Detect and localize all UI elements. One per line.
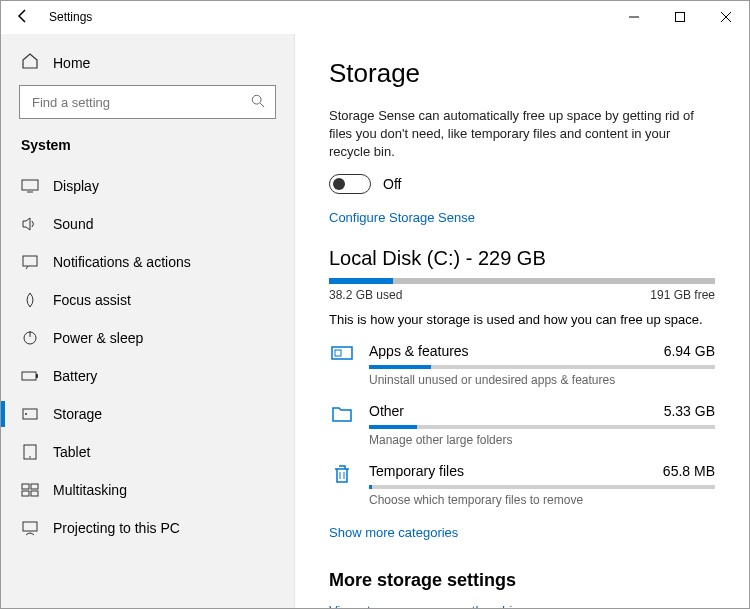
sidebar-item-projecting[interactable]: Projecting to this PC [1,509,294,547]
disk-used-label: 38.2 GB used [329,288,402,302]
sidebar-item-tablet[interactable]: Tablet [1,433,294,471]
main-content: Storage Storage Sense can automatically … [295,34,749,608]
sidebar: Home System Display Sound [1,34,295,608]
disk-usage-bar [329,278,715,284]
svg-point-14 [25,413,27,415]
apps-features-icon [329,343,355,369]
disk-free-label: 191 GB free [650,288,715,302]
category-size: 5.33 GB [664,403,715,419]
toggle-label: Off [383,176,401,192]
search-input[interactable] [30,94,251,111]
sidebar-item-focus-assist[interactable]: Focus assist [1,281,294,319]
back-button[interactable] [15,8,31,27]
view-other-drives-link[interactable]: View storage usage on other drives [329,603,533,608]
category-sub: Manage other large folders [369,433,715,447]
svg-rect-1 [676,13,685,22]
home-icon [21,52,39,73]
sidebar-item-notifications[interactable]: Notifications & actions [1,243,294,281]
svg-point-16 [29,456,31,458]
window-controls [611,1,749,33]
display-icon [21,177,39,195]
sidebar-item-display[interactable]: Display [1,167,294,205]
svg-rect-18 [31,484,38,489]
sidebar-nav: Display Sound Notifications & actions Fo… [1,161,294,547]
sidebar-item-label: Storage [53,406,102,422]
storage-sense-toggle[interactable] [329,174,371,194]
projecting-icon [21,519,39,537]
category-name: Other [369,403,404,419]
focus-assist-icon [21,291,39,309]
disk-title: Local Disk (C:) - 229 GB [329,247,715,270]
minimize-button[interactable] [611,1,657,33]
close-button[interactable] [703,1,749,33]
svg-rect-20 [31,491,38,496]
sidebar-item-label: Focus assist [53,292,131,308]
window-title: Settings [49,10,92,24]
show-more-categories-link[interactable]: Show more categories [329,525,458,540]
sidebar-item-label: Multitasking [53,482,127,498]
sidebar-item-label: Battery [53,368,97,384]
svg-rect-6 [22,180,38,190]
sidebar-item-label: Display [53,178,99,194]
maximize-button[interactable] [657,1,703,33]
storage-icon [21,405,39,423]
category-name: Apps & features [369,343,469,359]
sidebar-item-sound[interactable]: Sound [1,205,294,243]
search-input-wrap[interactable] [19,85,276,119]
trash-icon [329,463,355,489]
sidebar-home[interactable]: Home [1,44,294,85]
tablet-icon [21,443,39,461]
category-apps-features[interactable]: Apps & features6.94 GB Uninstall unused … [329,343,715,387]
sidebar-group-label: System [1,133,294,161]
svg-line-5 [260,103,264,107]
battery-icon [21,367,39,385]
sound-icon [21,215,39,233]
settings-window: Settings Home System [0,0,750,609]
sidebar-item-label: Notifications & actions [53,254,191,270]
sidebar-item-label: Projecting to this PC [53,520,180,536]
category-size: 6.94 GB [664,343,715,359]
svg-rect-8 [23,256,37,266]
search-icon [251,94,265,111]
category-size: 65.8 MB [663,463,715,479]
svg-rect-21 [23,522,37,531]
page-title: Storage [329,58,715,89]
svg-rect-12 [36,374,38,378]
disk-explain: This is how your storage is used and how… [329,312,715,327]
power-icon [21,329,39,347]
category-sub: Choose which temporary files to remove [369,493,715,507]
sidebar-item-label: Power & sleep [53,330,143,346]
storage-sense-description: Storage Sense can automatically free up … [329,107,715,162]
sidebar-item-multitasking[interactable]: Multitasking [1,471,294,509]
home-label: Home [53,55,90,71]
svg-rect-23 [335,350,341,356]
multitasking-icon [21,481,39,499]
sidebar-item-label: Sound [53,216,93,232]
sidebar-item-battery[interactable]: Battery [1,357,294,395]
sidebar-item-storage[interactable]: Storage [1,395,294,433]
titlebar: Settings [1,1,749,34]
category-name: Temporary files [369,463,464,479]
svg-point-4 [252,95,261,104]
category-other[interactable]: Other5.33 GB Manage other large folders [329,403,715,447]
folder-icon [329,403,355,429]
sidebar-item-power-sleep[interactable]: Power & sleep [1,319,294,357]
more-storage-settings-heading: More storage settings [329,570,715,591]
configure-storage-sense-link[interactable]: Configure Storage Sense [329,210,475,225]
notifications-icon [21,253,39,271]
svg-rect-19 [22,491,29,496]
category-temporary-files[interactable]: Temporary files65.8 MB Choose which temp… [329,463,715,507]
svg-rect-11 [22,372,36,380]
svg-rect-17 [22,484,29,489]
sidebar-item-label: Tablet [53,444,90,460]
category-sub: Uninstall unused or undesired apps & fea… [369,373,715,387]
